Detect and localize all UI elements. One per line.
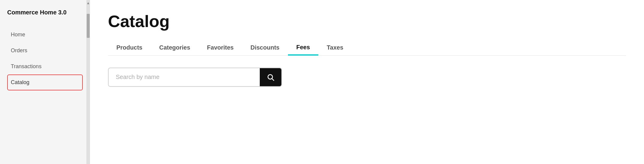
tab-products[interactable]: Products <box>108 41 151 56</box>
sidebar: Commerce Home 3.0 Home Orders Transactio… <box>0 0 90 164</box>
main-content: Catalog Products Categories Favorites Di… <box>90 0 644 164</box>
sidebar-item-label: Transactions <box>11 63 41 69</box>
sidebar-item-transactions[interactable]: Transactions <box>7 59 83 74</box>
page-title: Catalog <box>108 12 626 31</box>
search-button[interactable] <box>260 68 281 86</box>
sidebar-item-label: Catalog <box>11 79 29 85</box>
tab-taxes[interactable]: Taxes <box>318 41 352 56</box>
scrollbar-thumb[interactable] <box>87 14 90 38</box>
sidebar-scrollbar: ▲ <box>86 0 90 164</box>
tab-favorites[interactable]: Favorites <box>199 41 242 56</box>
search-container <box>108 68 282 87</box>
svg-line-1 <box>272 78 274 80</box>
sidebar-item-label: Orders <box>11 47 27 53</box>
sidebar-item-catalog[interactable]: Catalog <box>7 74 83 90</box>
sidebar-item-label: Home <box>11 32 25 38</box>
search-icon <box>267 73 274 81</box>
tabs-bar: Products Categories Favorites Discounts … <box>108 40 626 56</box>
tab-fees[interactable]: Fees <box>288 40 319 56</box>
scroll-up-arrow[interactable]: ▲ <box>86 1 90 5</box>
search-input[interactable] <box>109 68 260 86</box>
sidebar-item-home[interactable]: Home <box>7 27 83 43</box>
tab-discounts[interactable]: Discounts <box>242 41 288 56</box>
sidebar-nav: Home Orders Transactions Catalog <box>7 27 83 90</box>
tab-categories[interactable]: Categories <box>151 41 199 56</box>
sidebar-title: Commerce Home 3.0 <box>7 9 83 16</box>
sidebar-item-orders[interactable]: Orders <box>7 43 83 59</box>
